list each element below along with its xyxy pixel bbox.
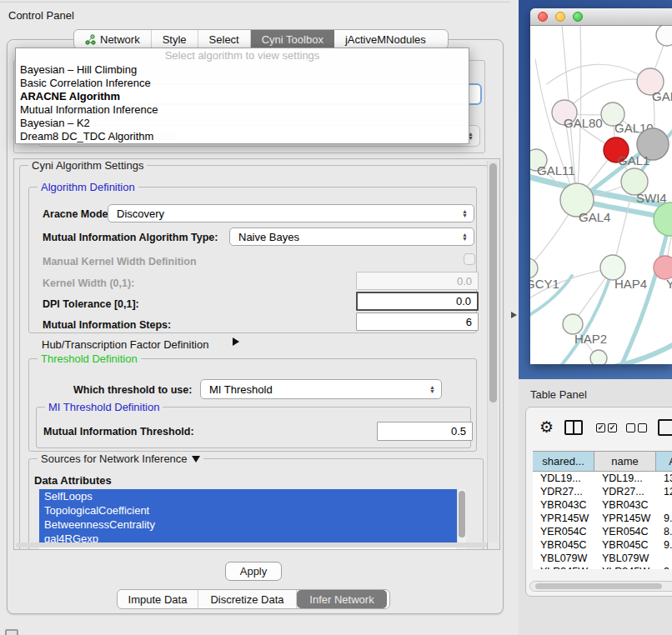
table-row[interactable]: YDR27...YDR27...12: [533, 485, 672, 498]
attribute-list-scrollbar[interactable]: [457, 489, 466, 550]
table-row[interactable]: YER054CYER054C8.: [533, 525, 672, 538]
hub-expand-icon[interactable]: [233, 338, 239, 346]
algorithm-option-basic-correlation-inference[interactable]: Basic Correlation Inference: [16, 77, 469, 90]
desktop-background: GALGAL80GAL10GAL1GAL11SWI4GAL4GCY1HAP4YH…: [519, 0, 672, 379]
network-edge[interactable]: [620, 219, 670, 364]
column-header-name[interactable]: name: [594, 452, 656, 471]
which-threshold-combobox[interactable]: MI Threshold ▲▼: [200, 379, 442, 399]
aracne-mode-label: Aracne Mode:: [43, 208, 112, 220]
which-threshold-label: Which threshold to use:: [73, 384, 192, 396]
threshold-definition-group: Threshold Definition Which threshold to …: [28, 358, 477, 452]
zoom-window-icon[interactable]: [573, 12, 583, 22]
panel-divider-arrow[interactable]: [511, 312, 517, 318]
mi-steps-input[interactable]: 6: [356, 312, 479, 331]
sources-group: Sources for Network Inference Data Attri…: [28, 458, 484, 550]
table-row[interactable]: YBR045CYBR045C9.: [533, 538, 672, 552]
algorithm-definition-group: Algorithm Definition Aracne Mode: Discov…: [28, 187, 477, 333]
minimized-panel-icon[interactable]: [5, 629, 18, 635]
sources-group-title: Sources for Network Inference: [38, 452, 203, 465]
table-cell: YDL19...: [594, 472, 656, 484]
tab-label: jActiveMNodules: [345, 33, 426, 46]
table-cell: 8.: [656, 526, 672, 538]
network-edge[interactable]: [577, 26, 581, 200]
attribute-item-selfloops[interactable]: SelfLoops: [39, 489, 466, 503]
kernel-width-input[interactable]: 0.0: [356, 272, 479, 290]
network-edge[interactable]: [547, 64, 650, 84]
which-threshold-value: MI Threshold: [209, 383, 273, 396]
table-cell: YBL079W: [533, 552, 594, 564]
deselect-all-icon[interactable]: [626, 423, 647, 432]
tab-network[interactable]: Network: [74, 30, 152, 48]
stepper-icon: ▲▼: [429, 385, 435, 393]
network-node[interactable]: [656, 26, 672, 46]
table-row[interactable]: YDL19...YDL19...13: [533, 472, 672, 485]
select-all-icon[interactable]: ✓✓: [596, 423, 617, 432]
table-cell: YER054C: [533, 526, 594, 538]
network-node-y[interactable]: [654, 256, 672, 279]
table-panel-card: ⚙ ✓✓ shared...nameA YDL19...YDL19...13YD…: [525, 407, 672, 597]
table-cell: YBR045C: [594, 539, 656, 551]
algorithm-option-mutual-information-inference[interactable]: Mutual Information Inference: [16, 103, 469, 117]
sources-title-text: Sources for Network Inference: [41, 452, 188, 465]
control-panel-title: Control Panel: [8, 9, 74, 22]
table-row[interactable]: YBL079WYBL079W: [533, 552, 672, 565]
table-hscrollbar[interactable]: [529, 581, 672, 592]
tab-select[interactable]: Select: [198, 30, 251, 48]
manual-kernel-checkbox[interactable]: [464, 253, 475, 265]
network-node[interactable]: [590, 350, 607, 364]
bottom-tab-discretize-data[interactable]: Discretize Data: [198, 590, 297, 608]
apply-button[interactable]: Apply: [225, 562, 282, 581]
tab-style[interactable]: Style: [152, 30, 198, 48]
network-window-titlebar[interactable]: [530, 8, 672, 26]
network-view-window[interactable]: GALGAL80GAL10GAL1GAL11SWI4GAL4GCY1HAP4YH…: [530, 8, 672, 364]
minimize-window-icon[interactable]: [555, 12, 565, 22]
bottom-tab-impute-data[interactable]: Impute Data: [118, 590, 198, 608]
split-columns-icon[interactable]: [564, 420, 583, 435]
table-cell: YER054C: [594, 526, 656, 538]
column-header-a[interactable]: A: [656, 452, 672, 471]
algorithm-option-bayesian-hill-climbing[interactable]: Bayesian – Hill Climbing: [16, 63, 469, 77]
table-cell: YBR045C: [533, 539, 594, 551]
algorithm-option-dream8-dc-tdc-algorithm[interactable]: Dream8 DC_TDC Algorithm: [16, 130, 469, 143]
dropdown-placeholder: Select algorithm to view settings: [16, 48, 469, 63]
mi-threshold-group: MI Threshold Definition Mutual Informati…: [36, 407, 471, 448]
mi-type-label: Mutual Information Algorithm Type:: [43, 232, 218, 243]
column-header-shared[interactable]: shared...: [533, 452, 594, 471]
data-attributes-label: Data Attributes: [34, 474, 112, 487]
settings-hscrollbar[interactable]: [16, 542, 487, 548]
node-table[interactable]: shared...nameA YDL19...YDL19...13YDR27..…: [533, 451, 672, 569]
bottom-tabs: Impute DataDiscretize DataInfer Network: [117, 589, 390, 609]
gear-icon[interactable]: ⚙: [539, 416, 554, 439]
table-cell: YLR345W: [594, 566, 656, 569]
algorithm-option-aracne-algorithm[interactable]: ARACNE Algorithm: [16, 90, 469, 103]
table-cell: 12: [656, 486, 672, 498]
bottom-tab-infer-network[interactable]: Infer Network: [297, 590, 387, 608]
mi-threshold-input[interactable]: 0.5: [377, 422, 473, 441]
network-canvas[interactable]: GALGAL80GAL10GAL1GAL11SWI4GAL4GCY1HAP4YH…: [530, 26, 672, 364]
tab-jactivemnodules[interactable]: jActiveMNodules: [334, 30, 437, 48]
node-label-gal11: GAL11: [537, 163, 575, 178]
table-cell: YBR043C: [533, 499, 594, 511]
dpi-tolerance-input[interactable]: 0.0: [356, 292, 479, 311]
aracne-mode-combobox[interactable]: Discovery ▲▼: [108, 204, 474, 222]
table-row[interactable]: YBR043CYBR043C: [533, 498, 672, 512]
network-node[interactable]: [654, 202, 672, 236]
attribute-item-betweennesscentrality[interactable]: BetweennessCentrality: [39, 518, 466, 532]
table-cell: YPR145W: [594, 512, 656, 524]
network-node-gcy1[interactable]: [530, 258, 538, 278]
data-attributes-list[interactable]: SelfLoopsTopologicalCoefficientBetweenne…: [39, 489, 466, 550]
close-window-icon[interactable]: [538, 12, 548, 22]
attribute-item-topologicalcoefficient[interactable]: TopologicalCoefficient: [39, 503, 466, 518]
algorithm-option-bayesian-k2[interactable]: Bayesian – K2: [16, 117, 469, 130]
network-edge[interactable]: [609, 342, 672, 364]
tab-cyni-toolbox[interactable]: Cyni Toolbox: [251, 30, 334, 48]
sources-collapse-icon[interactable]: [192, 456, 200, 462]
settings-vscrollbar[interactable]: [487, 161, 498, 542]
table-row[interactable]: YLR345WYLR345W9.: [533, 565, 672, 569]
mi-threshold-group-title: MI Threshold Definition: [45, 401, 163, 413]
stepper-icon: ▲▼: [462, 232, 468, 241]
mi-type-combobox[interactable]: Naive Bayes ▲▼: [229, 228, 474, 246]
tab-label: Select: [209, 33, 239, 46]
document-icon[interactable]: [658, 419, 672, 436]
table-row[interactable]: YPR145WYPR145W9.: [533, 512, 672, 525]
